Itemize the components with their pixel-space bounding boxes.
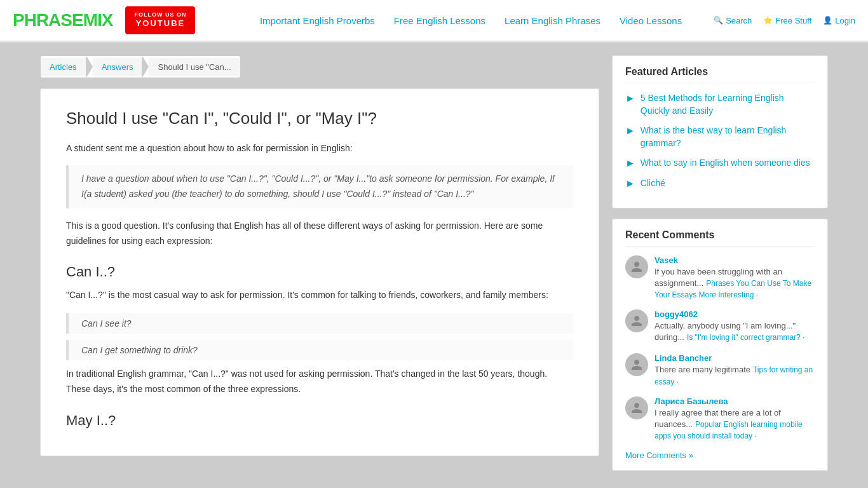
youtube-label: YOUTUBE	[136, 18, 186, 29]
breadcrumb-articles-link[interactable]: Articles	[50, 62, 77, 72]
search-link[interactable]: 🔍 Search	[714, 16, 752, 25]
main-nav: Important English Proverbs Free English …	[260, 15, 855, 26]
arrow-icon: ►	[625, 178, 635, 189]
featured-link-4[interactable]: Cliché	[641, 177, 665, 190]
youtube-button[interactable]: FOLLOW US ON YOUTUBE	[125, 6, 195, 35]
featured-articles-title: Featured Articles	[625, 66, 815, 83]
avatar	[625, 396, 648, 419]
article-intro: A student sent me a question about how t…	[66, 141, 573, 155]
avatar	[625, 353, 648, 376]
logo-mix: MIX	[83, 10, 113, 30]
recent-comments-title: Recent Comments	[625, 229, 815, 247]
breadcrumb-arrow-2	[142, 56, 149, 78]
featured-link-3[interactable]: What to say in English when someone dies	[641, 157, 810, 170]
article-box: Should I use "Can I", "Could I", or "May…	[40, 88, 599, 456]
list-item: Vasek If you have been struggling with a…	[625, 255, 815, 299]
search-icon: 🔍	[714, 16, 723, 25]
example-1-text: Can I see it?	[81, 318, 560, 329]
arrow-icon: ►	[625, 93, 635, 104]
list-item: ► What is the best way to learn English …	[625, 125, 815, 149]
login-link[interactable]: 👤 Login	[823, 16, 855, 25]
sidebar: Featured Articles ► 5 Best Methods for L…	[612, 55, 828, 471]
section1-body-2: In traditional English grammar, "Can I..…	[66, 367, 573, 397]
article-title: Should I use "Can I", "Could I", or "May…	[66, 108, 573, 130]
nav-phrases[interactable]: Learn English Phrases	[505, 15, 600, 26]
section1-body: "Can I...?" is the most casual way to as…	[66, 288, 573, 303]
list-item: Linda Bancher There are many legitimate …	[625, 353, 815, 386]
star-icon: ⭐	[763, 16, 773, 25]
featured-link-1[interactable]: 5 Best Methods for Learning English Quic…	[641, 92, 815, 117]
breadcrumb-answers-link[interactable]: Answers	[102, 62, 133, 72]
blockquote-text: I have a question about when to use "Can…	[81, 172, 560, 202]
example-box-1: Can I see it?	[66, 313, 573, 334]
comment-body: Linda Bancher There are many legitimate …	[654, 353, 815, 386]
header: PHRASEMIX FOLLOW US ON YOUTUBE Important…	[0, 0, 868, 41]
arrow-icon: ►	[625, 125, 635, 137]
arrow-icon: ►	[625, 158, 635, 169]
main-content: Articles Answers Should I use "Can... Sh…	[40, 55, 599, 471]
free-stuff-link[interactable]: ⭐ Free Stuff	[763, 16, 811, 25]
comment-body: Лариса Базылева I really agree that ther…	[654, 396, 815, 440]
example-2-text: Can I get something to drink?	[81, 345, 560, 355]
list-item: ► 5 Best Methods for Learning English Qu…	[625, 92, 815, 117]
site-logo[interactable]: PHRASEMIX	[13, 10, 112, 30]
example-box-2: Can I get something to drink?	[66, 340, 573, 360]
nav-lessons[interactable]: Free English Lessons	[394, 15, 485, 26]
avatar	[625, 255, 648, 278]
more-comments-link[interactable]: More Comments »	[625, 451, 815, 460]
login-label: Login	[835, 16, 855, 25]
free-stuff-label: Free Stuff	[775, 16, 811, 25]
sub-nav: 🔍 Search ⭐ Free Stuff 👤 Login	[714, 16, 855, 25]
logo-phrase: PHRASE	[13, 10, 83, 30]
breadcrumb-arrow-1	[86, 56, 93, 78]
list-item: Лариса Базылева I really agree that ther…	[625, 396, 815, 440]
list-item: ► What to say in English when someone di…	[625, 157, 815, 170]
featured-articles-box: Featured Articles ► 5 Best Methods for L…	[612, 55, 828, 208]
nav-proverbs[interactable]: Important English Proverbs	[260, 15, 375, 26]
comment-link[interactable]: Is "I'm loving it" correct grammar? ·	[687, 333, 805, 342]
search-label: Search	[726, 16, 752, 25]
article-blockquote: I have a question about when to use "Can…	[66, 165, 573, 208]
comment-body: Vasek If you have been struggling with a…	[654, 255, 815, 299]
nav-video[interactable]: Video Lessons	[620, 15, 682, 26]
article-body-1: This is a good question. It's confusing …	[66, 219, 573, 249]
list-item: boggy4062 Actually, anybody using "I am …	[625, 309, 815, 343]
user-icon: 👤	[823, 16, 832, 25]
featured-link-2[interactable]: What is the best way to learn English gr…	[641, 125, 815, 149]
comment-text: There are many legitimate	[654, 365, 750, 374]
comments-list: Vasek If you have been struggling with a…	[625, 255, 815, 440]
comment-author[interactable]: boggy4062	[654, 309, 815, 319]
comment-author[interactable]: Лариса Базылева	[654, 396, 815, 406]
list-item: ► Cliché	[625, 177, 815, 190]
recent-comments-box: Recent Comments Vasek If you have been s…	[612, 219, 828, 471]
breadcrumb-current: Should I use "Can...	[149, 58, 240, 76]
breadcrumb-answers[interactable]: Answers	[93, 58, 143, 76]
comment-body: boggy4062 Actually, anybody using "I am …	[654, 309, 815, 343]
comment-author[interactable]: Linda Bancher	[654, 353, 815, 363]
breadcrumb-current-label: Should I use "Can...	[158, 62, 231, 72]
youtube-follow-text: FOLLOW US ON	[134, 11, 186, 19]
breadcrumb: Articles Answers Should I use "Can...	[40, 55, 241, 78]
comment-author[interactable]: Vasek	[654, 255, 815, 265]
featured-articles-list: ► 5 Best Methods for Learning English Qu…	[625, 92, 815, 190]
section2-title: May I..?	[66, 412, 573, 429]
breadcrumb-articles[interactable]: Articles	[41, 58, 86, 76]
avatar	[625, 309, 648, 332]
section1-title: Can I..?	[66, 264, 573, 280]
